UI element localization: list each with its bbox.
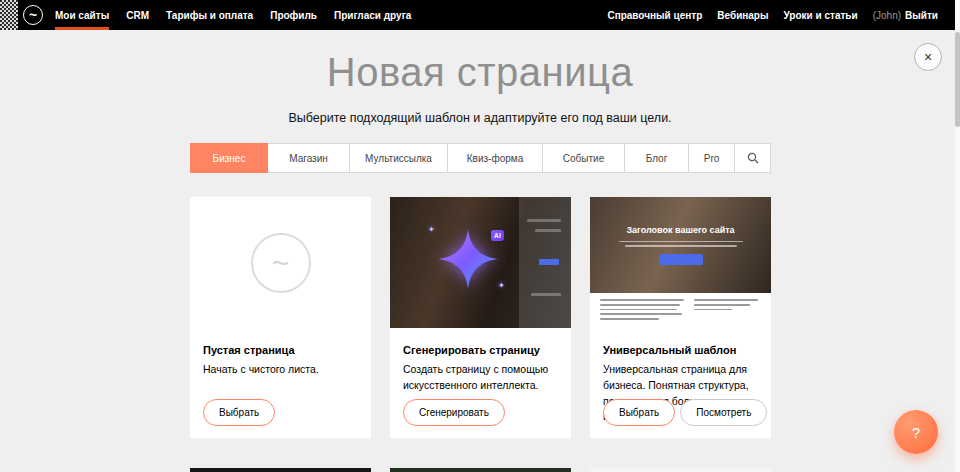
- universal-card-preview: Заголовок вашего сайта: [590, 197, 771, 328]
- partial-card: [590, 468, 771, 472]
- tab-multilink[interactable]: Мультиссылка: [350, 143, 448, 173]
- card-universal-preview-button[interactable]: Посмотреть: [680, 399, 767, 426]
- page-subtitle: Выберите подходящий шаблон и адаптируйте…: [0, 111, 960, 125]
- preview-text-section: [590, 293, 771, 328]
- preview-line-decoration: [619, 241, 743, 243]
- scrollbar-track[interactable]: [955, 0, 960, 472]
- sparkle-icon: ✦: [498, 281, 505, 290]
- nav-username: (John): [873, 10, 901, 21]
- preview-line-decoration: [535, 229, 561, 232]
- preview-line-decoration: [625, 245, 737, 247]
- nav-right-menu: Справочный центр Вебинары Уроки и статьи…: [607, 0, 938, 30]
- search-icon: [747, 152, 759, 164]
- card-title: Сгенерировать страницу: [403, 344, 558, 356]
- nav-left-menu: Мои сайты CRM Тарифы и оплата Профиль Пр…: [55, 0, 411, 30]
- partial-card: [390, 468, 571, 472]
- logout-link[interactable]: Выйти: [905, 0, 938, 30]
- top-nav: ~ Мои сайты CRM Тарифы и оплата Профиль …: [0, 0, 960, 30]
- preview-line-decoration: [531, 293, 561, 296]
- close-icon[interactable]: ×: [914, 43, 942, 71]
- tab-business[interactable]: Бизнес: [190, 143, 268, 173]
- tab-quiz-form[interactable]: Квиз-форма: [448, 143, 543, 173]
- nav-item-lessons[interactable]: Уроки и статьи: [784, 0, 858, 30]
- page-title: Новая страница: [0, 50, 960, 95]
- ai-badge: AI: [491, 230, 504, 241]
- card-title: Пустая страница: [203, 344, 358, 356]
- preview-cta-button-decoration: [659, 254, 703, 265]
- nav-item-help-center[interactable]: Справочный центр: [607, 0, 702, 30]
- tab-blog[interactable]: Блог: [625, 143, 689, 173]
- ai-card-preview: ✦ ✦ AI: [390, 197, 571, 328]
- template-card-ai: ✦ ✦ AI Сгенерировать страницу Создать ст…: [390, 197, 571, 438]
- nav-item-invite-friend[interactable]: Пригласи друга: [334, 0, 411, 30]
- card-blank-select-button[interactable]: Выбрать: [203, 399, 275, 426]
- nav-item-webinars[interactable]: Вебинары: [717, 0, 768, 30]
- preview-button-decoration: [539, 259, 559, 265]
- texture-decoration: [0, 0, 18, 30]
- blank-card-preview: ~: [190, 197, 371, 328]
- nav-item-profile[interactable]: Профиль: [270, 0, 317, 30]
- tab-search[interactable]: [735, 143, 771, 173]
- template-card-universal: Заголовок вашего сайта Универсальный шаб…: [590, 197, 771, 438]
- card-description: Создать страницу с помощью искусственног…: [403, 362, 558, 394]
- nav-item-crm[interactable]: CRM: [126, 0, 149, 30]
- sparkle-icon: ✦: [428, 225, 435, 234]
- preview-site-heading: Заголовок вашего сайта: [626, 225, 734, 235]
- card-description: Начать с чистого листа.: [203, 362, 358, 378]
- scrollbar-thumb[interactable]: [955, 32, 960, 127]
- tilda-watermark-icon: ~: [251, 233, 311, 293]
- tilda-logo[interactable]: ~: [23, 5, 43, 25]
- card-ai-generate-button[interactable]: Сгенерировать: [403, 399, 505, 426]
- nav-item-my-sites[interactable]: Мои сайты: [55, 0, 109, 30]
- tab-event[interactable]: Событие: [543, 143, 625, 173]
- help-button[interactable]: ?: [894, 410, 938, 454]
- card-universal-select-button[interactable]: Выбрать: [603, 399, 675, 426]
- preview-line-decoration: [527, 219, 561, 222]
- template-category-tabs: Бизнес Магазин Мультиссылка Квиз-форма С…: [190, 143, 771, 173]
- tab-shop[interactable]: Магазин: [268, 143, 350, 173]
- tab-pro[interactable]: Pro: [689, 143, 735, 173]
- nav-item-tariffs[interactable]: Тарифы и оплата: [166, 0, 253, 30]
- template-card-blank: ~ Пустая страница Начать с чистого листа…: [190, 197, 371, 438]
- preview-hero-section: Заголовок вашего сайта: [590, 197, 771, 293]
- card-title: Универсальный шаблон: [603, 344, 758, 356]
- partial-card: [190, 468, 371, 472]
